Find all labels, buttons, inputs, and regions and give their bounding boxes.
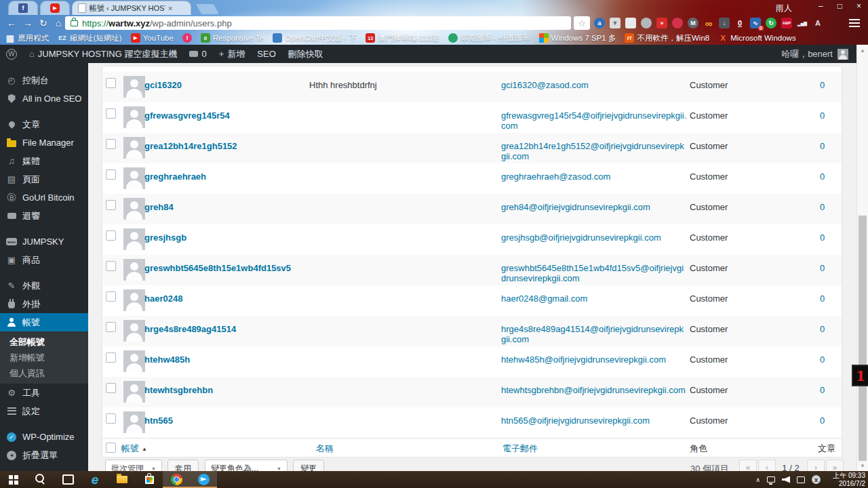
delete-cache-menu[interactable]: 刪除快取 [282, 45, 330, 63]
back-icon[interactable]: ← [7, 17, 16, 29]
sidebar-item[interactable]: 帳號 [0, 313, 88, 331]
address-bar[interactable]: https://wartw.xyz/wp-admin/users.php [65, 16, 571, 30]
sidebar-item[interactable]: ◴控制台 [0, 71, 88, 89]
change-button[interactable]: 變更 [293, 460, 324, 471]
username-link[interactable]: greswhbt5645e8th15e1wb4fd15sv5 [144, 263, 291, 273]
email-link[interactable]: haer0248@gmail.com [501, 293, 687, 304]
apply-button[interactable]: 套用 [167, 460, 199, 471]
email-link[interactable]: greghraehraeh@zasod.com [501, 171, 687, 182]
email-link[interactable]: htehw485h@oifjriejvgidrunsevirepkgii.com [501, 354, 687, 365]
bar-stats-icon[interactable]: ▂▅▇ [797, 18, 808, 28]
username-link[interactable]: htewhtsgbrehbn [144, 385, 213, 395]
email-link[interactable]: grea12bh14re1gh5152@oifjriejvgidrunsevir… [501, 141, 687, 161]
email-link[interactable]: greswhbt5645e8th15e1wb4fd15sv5@oifjriejv… [501, 263, 687, 283]
scroll-up-icon[interactable]: ▲ [857, 45, 868, 55]
username-link[interactable]: gci16320 [144, 80, 182, 90]
email-link[interactable]: htewhtsgbrehbn@oifjriejvgidrunsevirepkgi… [501, 385, 687, 395]
username-link[interactable]: htehw485h [144, 354, 190, 365]
posts-count-link[interactable]: 0 [820, 171, 825, 182]
email-link[interactable]: htn565@oifjriejvgidrunsevirepkgii.com [501, 415, 687, 426]
username-link[interactable]: gresjhsgb [144, 232, 186, 243]
email-link[interactable]: gresjhsgb@oifjriejvgidrunsevirepkgii.com [501, 232, 687, 243]
search-taskbar-button[interactable] [27, 471, 54, 488]
reader-icon[interactable]: A [812, 18, 823, 28]
email-link[interactable]: hrge4s8re489ag41514@oifjriejvgidrunsevir… [501, 324, 687, 344]
posts-count-link[interactable]: 0 [820, 324, 825, 334]
sidebar-item[interactable]: 設定 [0, 402, 88, 420]
first-page-button[interactable]: « [739, 460, 757, 471]
download-arrow-icon[interactable]: ▼ [610, 18, 620, 28]
new-tab-button[interactable] [196, 4, 219, 14]
email-link[interactable]: greh84@oifjriejvgidrunsevirepkgii.com [501, 202, 687, 212]
submenu-item[interactable]: 個人資訊 [0, 365, 88, 381]
next-page-button[interactable]: › [807, 460, 825, 471]
start-taskbar-button[interactable] [0, 471, 27, 488]
row-checkbox[interactable] [106, 139, 116, 149]
tray-x-icon[interactable]: x [812, 475, 821, 484]
sidebar-item[interactable]: ⒷGoUrl Bitcoin [0, 188, 88, 207]
edge-taskbar-button[interactable]: e [81, 471, 108, 488]
save-tray-icon[interactable]: ↓ [719, 18, 730, 28]
email-link[interactable]: gci16320@zasod.com [501, 80, 687, 90]
tray-expand-icon[interactable]: ∧ [755, 476, 760, 483]
bookmark-star-button[interactable]: ☆ [574, 16, 590, 30]
row-checkbox[interactable] [106, 413, 116, 424]
sidebar-item[interactable]: ▤頁面 [0, 170, 88, 188]
row-checkbox[interactable] [106, 78, 116, 88]
taskbar-clock[interactable]: 上午 09:33 2016/7/2 [833, 472, 865, 487]
bookmark-item[interactable]: Windows 7 SP1 多 [539, 33, 616, 43]
posts-count-link[interactable]: 0 [820, 354, 825, 365]
sidebar-item[interactable]: wooJUMPSKY [0, 232, 88, 251]
telegram-taskbar-button[interactable] [190, 471, 217, 488]
close-icon[interactable]: × [856, 1, 861, 11]
fast-forward-icon[interactable]: » [656, 18, 667, 28]
wp-logo-menu[interactable]: W [0, 45, 23, 63]
username-link[interactable]: gfrewasgvreg145r54 [144, 110, 230, 121]
posts-count-link[interactable]: 0 [820, 141, 825, 151]
sidebar-item[interactable]: ⚙工具 [0, 384, 88, 402]
white-cube-icon[interactable] [625, 18, 636, 28]
posts-count-link[interactable]: 0 [820, 110, 825, 121]
new-content-menu[interactable]: + 新增 [213, 45, 252, 63]
bookmark-item[interactable]: XMicrosoft Windows [718, 33, 796, 43]
store-taskbar-button[interactable] [136, 471, 163, 488]
posts-count-link[interactable]: 0 [820, 385, 825, 395]
sidebar-item[interactable]: 外掛 [0, 295, 88, 313]
username-link[interactable]: htn565 [144, 415, 173, 426]
posts-count-link[interactable]: 0 [820, 202, 825, 212]
sidebar-item[interactable]: ✎外觀 [0, 277, 88, 295]
maximize-icon[interactable]: □ [837, 1, 842, 11]
row-checkbox[interactable] [106, 200, 116, 210]
chrome-taskbar-button[interactable] [163, 471, 190, 488]
email-link[interactable]: gfrewasgvreg145r54@oifjriejvgidrunsevire… [501, 110, 687, 131]
sidebar-item[interactable]: ◄折疊選單 [0, 446, 88, 464]
adblock-plus-icon[interactable]: ABP [781, 18, 792, 28]
bookmark-item[interactable]: OpenCart中文版 - 下 [273, 33, 357, 43]
bookmark-item[interactable]: ▦應用程式 [5, 33, 49, 43]
forward-icon[interactable]: → [23, 17, 33, 29]
posts-count-link[interactable]: 0 [820, 263, 825, 273]
row-checkbox[interactable] [106, 383, 116, 393]
account-greeting[interactable]: 哈囉，benert [781, 48, 833, 60]
sidebar-item[interactable]: 迴響 [0, 207, 88, 225]
username-link[interactable]: haer0248 [144, 293, 182, 304]
reload-icon[interactable]: ↻ [39, 17, 47, 29]
scrollbar-thumb[interactable] [859, 216, 867, 461]
bookmark-item[interactable]: 13澳門棒球魂-113遊 [366, 33, 439, 43]
change-role-select[interactable]: 變更角色為... ▼ [205, 460, 288, 471]
bookmark-item[interactable]: ! [182, 33, 192, 43]
seo-menu[interactable]: SEO [251, 45, 281, 63]
archive-icon[interactable]: a [594, 18, 605, 28]
posts-count-link[interactable]: 0 [820, 415, 825, 426]
username-link[interactable]: greh84 [144, 202, 174, 212]
sidebar-item[interactable]: ♫媒體 [0, 152, 88, 170]
sidebar-item[interactable]: File Manager [0, 134, 88, 152]
row-checkbox[interactable] [106, 352, 116, 363]
tab-close-icon[interactable]: × [168, 4, 172, 12]
minimize-icon[interactable]: – [818, 1, 823, 11]
submenu-item[interactable]: 新增帳號 [0, 350, 88, 365]
bookmark-item[interactable]: ▶YouTube [131, 33, 174, 43]
column-email[interactable]: 電子郵件 [502, 443, 538, 455]
profile-name[interactable]: 雨人 [776, 3, 792, 14]
bookmark-item[interactable]: 即期匯率 - 外匯匯率 [448, 33, 530, 43]
